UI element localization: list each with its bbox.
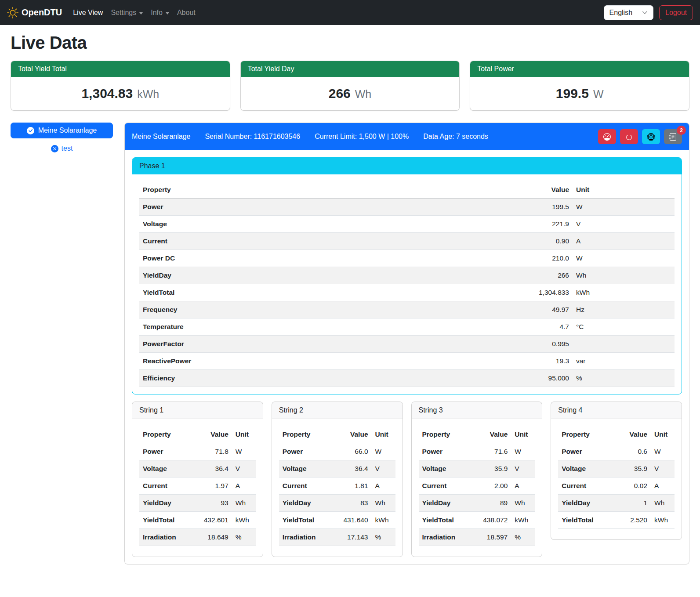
summary-card-body: 199.5W	[470, 77, 689, 110]
table-row: Current1.81A	[279, 478, 395, 495]
value-cell: 36.4	[192, 460, 232, 478]
value-cell: 93	[192, 495, 232, 512]
summary-row: Total Yield Total1,304.83kWhTotal Yield …	[11, 61, 689, 111]
nav-item-about[interactable]: About	[173, 5, 199, 20]
property-cell: Irradiation	[279, 529, 331, 546]
property-cell: Power	[139, 199, 520, 216]
table-row: Current0.90A	[139, 233, 675, 250]
string-card-string-1: String 1PropertyValueUnitPower71.8WVolta…	[132, 402, 263, 557]
table-head: PropertyValueUnit	[558, 426, 675, 443]
column-header-property: Property	[139, 181, 520, 199]
column-header-value: Value	[192, 426, 232, 443]
string-card-body: PropertyValueUnitPower71.6WVoltage35.9VC…	[412, 419, 542, 557]
column-header-property: Property	[139, 426, 192, 443]
property-cell: Temperature	[139, 318, 520, 336]
table-body: Power71.8WVoltage36.4VCurrent1.97AYieldD…	[139, 443, 256, 546]
property-cell: YieldTotal	[139, 284, 520, 301]
string-table: PropertyValueUnitPower66.0WVoltage36.4VC…	[279, 426, 395, 546]
cpu-icon	[647, 133, 655, 141]
logout-button[interactable]: Logout	[659, 5, 693, 20]
unit-cell: V	[511, 460, 535, 478]
inverter-select-link-test[interactable]: test	[11, 145, 113, 152]
property-cell: Irradiation	[139, 529, 192, 546]
phase-card: Phase 1 PropertyValueUnitPower199.5WVolt…	[132, 157, 682, 394]
table-row: YieldTotal1,304.833kWh	[139, 284, 675, 301]
property-cell: Frequency	[139, 301, 520, 318]
unit-cell: %	[511, 529, 535, 546]
string-table: PropertyValueUnitPower0.6WVoltage35.9VCu…	[558, 426, 675, 529]
inverter-select-label: test	[62, 145, 73, 152]
nav-item-live-view[interactable]: Live View	[69, 5, 107, 20]
phase-table: PropertyValueUnitPower199.5WVoltage221.9…	[139, 181, 675, 387]
unit-cell: kWh	[372, 512, 395, 529]
value-cell: 1.81	[331, 478, 372, 495]
inverter-list: Meine Solaranlagetest	[11, 123, 113, 152]
chevron-down-icon	[139, 12, 143, 14]
unit-cell: V	[232, 460, 256, 478]
summary-card-total-power: Total Power199.5W	[470, 61, 689, 111]
unit-cell: A	[651, 478, 675, 495]
unit-cell: %	[232, 529, 256, 546]
string-table: PropertyValueUnitPower71.6WVoltage35.9VC…	[419, 426, 535, 546]
unit-cell: Wh	[232, 495, 256, 512]
unit-cell: V	[573, 216, 675, 233]
value-cell: 2.520	[610, 512, 651, 529]
limit-settings-button[interactable]	[598, 129, 616, 144]
value-cell: 1,304.833	[520, 284, 573, 301]
language-select[interactable]: English	[604, 5, 653, 20]
unit-cell: V	[651, 460, 675, 478]
value-cell: 71.8	[192, 443, 232, 460]
unit-cell: V	[372, 460, 395, 478]
power-toggle-button[interactable]	[620, 129, 638, 144]
device-info-button[interactable]	[642, 129, 660, 144]
property-cell: YieldTotal	[139, 512, 192, 529]
phase-card-body: PropertyValueUnitPower199.5WVoltage221.9…	[132, 174, 682, 394]
property-cell: Voltage	[419, 460, 471, 478]
unit-cell: A	[372, 478, 395, 495]
string-card-title: String 1	[132, 402, 263, 419]
string-card-title: String 4	[551, 402, 682, 419]
table-row: Current1.97A	[139, 478, 256, 495]
unit-cell: var	[573, 353, 675, 370]
table-header-row: PropertyValueUnit	[139, 181, 675, 199]
property-cell: Power DC	[139, 250, 520, 267]
unit-cell: A	[511, 478, 535, 495]
string-card-string-3: String 3PropertyValueUnitPower71.6WVolta…	[411, 402, 543, 557]
inverter-name: Meine Solaranlage	[132, 133, 190, 141]
nav-item-info[interactable]: Info	[147, 5, 173, 20]
summary-card-total-yield-day: Total Yield Day266Wh	[240, 61, 460, 111]
value-cell: 0.90	[520, 233, 573, 250]
value-cell: 2.00	[471, 478, 511, 495]
table-row: YieldDay83Wh	[279, 495, 395, 512]
value-cell: 18.597	[471, 529, 511, 546]
chevron-down-icon	[642, 10, 648, 15]
nav-item-settings[interactable]: Settings	[107, 5, 147, 20]
column-header-unit: Unit	[651, 426, 675, 443]
table-body: Power66.0WVoltage36.4VCurrent1.81AYieldD…	[279, 443, 395, 546]
summary-card-title: Total Yield Day	[241, 61, 460, 77]
unit-cell: W	[372, 443, 395, 460]
event-count-badge: 2	[677, 126, 686, 135]
column-header-property: Property	[279, 426, 331, 443]
property-cell: Irradiation	[419, 529, 471, 546]
speedometer-icon	[603, 133, 611, 141]
inverter-select-button-meine-solaranlage[interactable]: Meine Solaranlage	[11, 123, 113, 138]
property-cell: Voltage	[139, 460, 192, 478]
value-cell: 199.5	[520, 199, 573, 216]
table-head: PropertyValueUnit	[139, 181, 675, 199]
unit-cell: %	[372, 529, 395, 546]
inverter-serial: Serial Number: 116171603546	[205, 133, 300, 141]
property-cell: Efficiency	[139, 370, 520, 387]
string-card-body: PropertyValueUnitPower71.8WVoltage36.4VC…	[132, 419, 263, 557]
unit-cell: °C	[573, 318, 675, 336]
value-cell: 4.7	[520, 318, 573, 336]
unit-cell: Wh	[573, 267, 675, 284]
table-row: Irradiation17.143%	[279, 529, 395, 546]
value-cell: 18.649	[192, 529, 232, 546]
event-log-button[interactable]: 2	[664, 129, 682, 144]
value-cell: 83	[331, 495, 372, 512]
table-row: Frequency49.97Hz	[139, 301, 675, 318]
property-cell: YieldDay	[558, 495, 610, 512]
value-cell: 266	[520, 267, 573, 284]
brand[interactable]: OpenDTU	[7, 7, 62, 18]
